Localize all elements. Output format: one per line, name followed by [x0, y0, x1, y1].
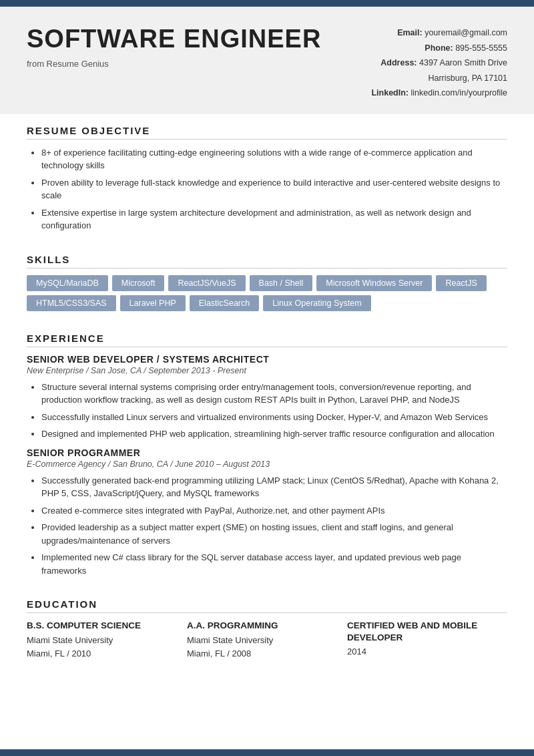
skills-container: MySQL/MariaDB Microsoft ReactJS/VueJS Ba… [27, 275, 507, 311]
education-title: EDUCATION [27, 598, 507, 613]
job1-bullet-2: Successfully installed Linux servers and… [41, 411, 507, 424]
job2-bullet-1: Successfully generated back-end programm… [41, 474, 507, 500]
resume-subtitle: from Resume Genius [27, 59, 371, 69]
objective-item-1: 8+ of experience facilitating cutting-ed… [41, 146, 507, 172]
header-contact: Email: youremail@gmail.com Phone: 895-55… [371, 25, 507, 101]
email-label: Email: [397, 28, 423, 37]
skills-title: SKILLS [27, 254, 507, 268]
job2-bullet-2: Created e-commerce sites integrated with… [41, 504, 507, 518]
address-label: Address: [380, 58, 417, 67]
skills-section: SKILLS MySQL/MariaDB Microsoft ReactJS/V… [0, 243, 534, 322]
skill-tag: Laravel PHP [120, 295, 186, 311]
experience-section: EXPERIENCE SENIOR WEB DEVELOPER / SYSTEM… [0, 322, 534, 588]
job-title-1: SENIOR WEB DEVELOPER / SYSTEMS ARCHITECT [27, 354, 507, 365]
address-value: 4397 Aaron Smith Drive [419, 58, 507, 67]
address-city: Harrisburg, PA 17101 [390, 73, 507, 83]
skill-tag: MySQL/MariaDB [27, 275, 108, 291]
phone-label: Phone: [425, 43, 453, 53]
edu-location-1: Miami, FL / 2010 [27, 647, 187, 661]
objective-section: RESUME OBJECTIVE 8+ of experience facili… [0, 114, 534, 243]
education-section: EDUCATION B.S. COMPUTER SCIENCE Miami St… [0, 588, 534, 667]
edu-location-2: Miami, FL / 2008 [187, 647, 347, 661]
objective-list: 8+ of experience facilitating cutting-ed… [27, 146, 507, 232]
resume-page: SOFTWARE ENGINEER from Resume Genius Ema… [0, 0, 534, 756]
header-section: SOFTWARE ENGINEER from Resume Genius Ema… [0, 7, 534, 114]
linkedin-line: LinkedIn: linkedin.com/in/yourprofile [371, 85, 507, 101]
objective-item-2: Proven ability to leverage full-stack kn… [41, 176, 507, 202]
education-grid: B.S. COMPUTER SCIENCE Miami State Univer… [27, 620, 507, 661]
edu-col-1: B.S. COMPUTER SCIENCE Miami State Univer… [27, 620, 187, 661]
edu-col-2: A.A. PROGRAMMING Miami State University … [187, 620, 347, 661]
edu-location-3: 2014 [347, 645, 507, 659]
edu-degree-3: CERTIFIED WEB AND MOBILE DEVELOPER [347, 620, 507, 643]
job-meta-1: New Enterprise / San Jose, CA / Septembe… [27, 366, 507, 375]
bottom-bar [0, 749, 534, 756]
email-line: Email: youremail@gmail.com [371, 25, 507, 41]
skill-tag: HTML5/CSS3/SAS [27, 295, 116, 311]
linkedin-value: linkedin.com/in/yourprofile [411, 88, 507, 98]
job-bullets-1: Structure several internal systems compr… [27, 381, 507, 441]
job1-bullet-3: Designed and implemented PHP web applica… [41, 427, 507, 441]
edu-school-2: Miami State University [187, 634, 347, 648]
edu-col-3: CERTIFIED WEB AND MOBILE DEVELOPER 2014 [347, 620, 507, 661]
top-bar [0, 0, 534, 7]
objective-item-3: Extensive expertise in large system arch… [41, 206, 507, 232]
phone-value: 895-555-5555 [455, 43, 507, 53]
address-line: Address: 4397 Aaron Smith Drive Harrisbu… [371, 55, 507, 85]
email-value: youremail@gmail.com [425, 28, 507, 37]
edu-school-1: Miami State University [27, 634, 187, 648]
objective-title: RESUME OBJECTIVE [27, 125, 507, 140]
phone-line: Phone: 895-555-5555 [371, 41, 507, 56]
linkedin-label: LinkedIn: [371, 88, 409, 98]
job2-bullet-3: Provided leadership as a subject matter … [41, 521, 507, 547]
job-title-2: SENIOR PROGRAMMER [27, 447, 507, 458]
skill-tag: Microsoft [112, 275, 165, 291]
job-meta-2: E-Commerce Agency / San Bruno, CA / June… [27, 459, 507, 469]
skill-tag: Microsoft Windows Server [316, 275, 432, 291]
job-bullets-2: Successfully generated back-end programm… [27, 474, 507, 578]
skill-tag: ReactJS [436, 275, 486, 291]
skill-tag: ReactJS/VueJS [168, 275, 245, 291]
job2-bullet-4: Implemented new C# class library for the… [41, 551, 507, 577]
skill-tag: ElasticSearch [190, 295, 259, 311]
experience-title: EXPERIENCE [27, 333, 507, 347]
edu-degree-2: A.A. PROGRAMMING [187, 620, 347, 632]
job1-bullet-1: Structure several internal systems compr… [41, 381, 507, 407]
skill-tag: Linux Operating System [263, 295, 370, 311]
header-left: SOFTWARE ENGINEER from Resume Genius [27, 25, 371, 69]
resume-name: SOFTWARE ENGINEER [27, 25, 371, 53]
skill-tag: Bash / Shell [250, 275, 313, 291]
edu-degree-1: B.S. COMPUTER SCIENCE [27, 620, 187, 632]
